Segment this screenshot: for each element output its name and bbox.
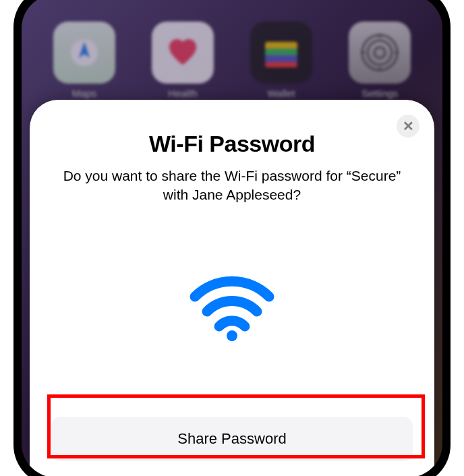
- health-icon: [152, 22, 214, 84]
- close-icon: ✕: [403, 118, 414, 134]
- phone-screen: Maps Health Wallet: [22, 0, 442, 476]
- svg-point-12: [227, 330, 237, 341]
- app-maps[interactable]: Maps: [53, 22, 115, 99]
- settings-icon: [349, 22, 411, 84]
- close-button[interactable]: ✕: [397, 115, 419, 138]
- app-label: Maps: [72, 88, 97, 99]
- app-settings[interactable]: Settings: [349, 22, 411, 99]
- app-label: Health: [168, 88, 197, 99]
- phone-frame: Maps Health Wallet: [13, 0, 451, 476]
- svg-rect-4: [265, 62, 297, 67]
- svg-point-6: [368, 40, 392, 65]
- app-row: Maps Health Wallet: [22, 0, 442, 99]
- app-health[interactable]: Health: [152, 22, 214, 99]
- svg-point-7: [374, 47, 385, 58]
- maps-icon: [53, 22, 115, 84]
- app-label: Settings: [361, 88, 398, 99]
- wifi-icon: [51, 205, 413, 417]
- modal-description: Do you want to share the Wi-Fi password …: [51, 167, 413, 205]
- app-wallet[interactable]: Wallet: [250, 22, 312, 99]
- modal-title: Wi-Fi Password: [51, 131, 413, 157]
- wallet-icon: [250, 22, 312, 84]
- app-label: Wallet: [267, 88, 295, 99]
- share-password-button[interactable]: Share Password: [51, 417, 413, 461]
- wifi-password-share-sheet: ✕ Wi-Fi Password Do you want to share th…: [30, 100, 434, 476]
